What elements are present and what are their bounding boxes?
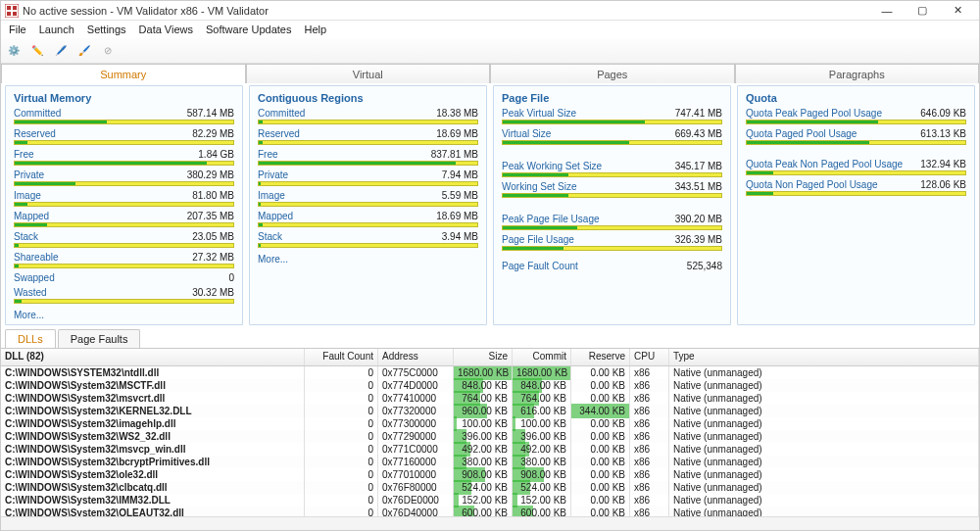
- col-size[interactable]: Size: [454, 349, 513, 365]
- statusbar: [1, 516, 979, 530]
- metric-value: 30.32 MB: [192, 287, 234, 298]
- svg-rect-4: [13, 12, 17, 16]
- metric-value: 207.35 MB: [187, 211, 234, 221]
- metric-label: Quota Peak Paged Pool Usage: [746, 108, 882, 119]
- app-window: No active session - VM Validator x86 - V…: [0, 0, 980, 531]
- more-link[interactable]: More...: [258, 254, 478, 265]
- table-row[interactable]: C:\WINDOWS\System32\OLEAUT32.dll00x76D40…: [1, 507, 979, 516]
- gear-icon[interactable]: ⚙️: [5, 42, 23, 60]
- metric-quota-peak-non-paged-pool-usage: Quota Peak Non Paged Pool Usage132.94 KB: [746, 159, 966, 175]
- cell-commit: 848.00 KB: [513, 378, 571, 393]
- quota-panel: Quota Quota Peak Paged Pool Usage646.09 …: [737, 85, 975, 325]
- menu-help[interactable]: Help: [298, 23, 332, 36]
- metric-label: Quota Non Paged Pool Usage: [746, 179, 878, 190]
- col-cpu[interactable]: CPU: [630, 349, 669, 365]
- svg-rect-1: [7, 6, 11, 10]
- cell-size: 908.00 KB: [454, 467, 513, 482]
- metric-bar: [14, 140, 234, 145]
- metric-value: 18.38 MB: [436, 108, 478, 119]
- metric-label: Private: [258, 169, 288, 180]
- cell-commit: 908.00 KB: [513, 467, 571, 482]
- col-dll[interactable]: DLL (82): [1, 349, 305, 365]
- metric-label: Quota Peak Non Paged Pool Usage: [746, 159, 903, 169]
- metric-value: 747.41 MB: [675, 108, 722, 119]
- cell-reserve: 344.00 KB: [571, 404, 630, 418]
- more-link[interactable]: More...: [14, 310, 234, 320]
- cell-type: Native (unmanaged): [669, 506, 979, 516]
- metric-image: Image81.80 MB: [14, 190, 234, 207]
- close-button[interactable]: ✕: [940, 1, 975, 21]
- cell-commit: 524.00 KB: [513, 480, 571, 495]
- menu-software-updates[interactable]: Software Updates: [200, 23, 297, 36]
- metric-label: Working Set Size: [502, 181, 577, 192]
- tab-pages[interactable]: Pages: [490, 64, 735, 83]
- metric-value: 132.94 KB: [920, 159, 966, 169]
- table-header: DLL (82) Fault Count Address Size Commit…: [1, 349, 979, 366]
- metric-bar: [14, 161, 234, 166]
- metric-peak-virtual-size: Peak Virtual Size747.41 MB: [502, 108, 722, 124]
- metric-label: Committed: [14, 108, 61, 119]
- panel-title: Page File: [502, 92, 722, 108]
- metric-label: Committed: [258, 108, 305, 119]
- col-reserve[interactable]: Reserve: [571, 349, 630, 365]
- subtab-dlls[interactable]: DLLs: [5, 329, 56, 348]
- metric-label: Peak Page File Usage: [502, 214, 600, 224]
- metric-value: 23.05 MB: [192, 231, 234, 242]
- metric-value: 27.32 MB: [192, 252, 234, 263]
- metric-stack: Stack23.05 MB: [14, 231, 234, 248]
- col-address[interactable]: Address: [378, 349, 454, 365]
- metric-label: Free: [258, 149, 278, 160]
- metric-private: Private7.94 MB: [258, 169, 478, 186]
- metric-label: Page File Usage: [502, 234, 574, 245]
- menu-data-views[interactable]: Data Views: [133, 23, 199, 36]
- col-type[interactable]: Type: [669, 349, 979, 365]
- metric-mapped: Mapped207.35 MB: [14, 211, 234, 227]
- metric-quota-peak-paged-pool-usage: Quota Peak Paged Pool Usage646.09 KB: [746, 108, 966, 124]
- metric-wasted: Wasted30.32 MB: [14, 287, 234, 304]
- metric-label: Mapped: [14, 211, 49, 221]
- metric-value: 5.59 MB: [442, 190, 478, 201]
- menu-file[interactable]: File: [3, 23, 32, 36]
- cell-commit: 100.00 KB: [513, 416, 571, 431]
- minimize-button[interactable]: —: [869, 1, 905, 21]
- metric-bar: [502, 246, 722, 251]
- metric-value: 669.43 MB: [675, 128, 722, 139]
- menu-settings[interactable]: Settings: [81, 23, 132, 36]
- metric-bar: [14, 181, 234, 186]
- table-body[interactable]: C:\WINDOWS\SYSTEM32\ntdll.dll00x775C0000…: [1, 366, 979, 516]
- cell-commit: 492.00 KB: [513, 442, 571, 457]
- metric-label: Reserved: [258, 128, 300, 139]
- metric-free: Free837.81 MB: [258, 149, 478, 166]
- metric-reserved: Reserved82.29 MB: [14, 128, 234, 145]
- subtab-page-faults[interactable]: Page Faults: [58, 329, 141, 348]
- metric-peak-working-set-size: Peak Working Set Size345.17 MB: [502, 161, 722, 177]
- maximize-button[interactable]: ▢: [905, 1, 940, 21]
- cell-size: 524.00 KB: [454, 480, 513, 495]
- cell-commit: 380.00 KB: [513, 455, 571, 469]
- metric-bar: [746, 170, 966, 175]
- page-file-panel: Page File Peak Virtual Size747.41 MBVirt…: [493, 85, 731, 325]
- metric-value: 18.69 MB: [436, 211, 478, 221]
- tab-summary[interactable]: Summary: [1, 64, 246, 83]
- metric-value: 345.17 MB: [675, 161, 722, 171]
- col-fault[interactable]: Fault Count: [305, 349, 378, 365]
- cell-reserve: 0.00 KB: [571, 506, 630, 516]
- cell-fault: 0: [305, 506, 378, 516]
- page-fault-value: 525,348: [687, 261, 722, 271]
- tab-paragraphs[interactable]: Paragraphs: [735, 64, 980, 83]
- metric-label: Stack: [14, 231, 38, 242]
- metric-bar: [14, 243, 234, 248]
- cell-size: 764.00 KB: [454, 391, 513, 406]
- wand2-icon[interactable]: 🖊️: [52, 42, 70, 60]
- metric-bar: [746, 120, 966, 124]
- stop-icon[interactable]: ⊘: [99, 42, 117, 60]
- metric-label: Reserved: [14, 128, 56, 139]
- metric-bar: [502, 172, 722, 177]
- brush-icon[interactable]: 🖌️: [75, 42, 93, 60]
- menu-launch[interactable]: Launch: [33, 23, 80, 36]
- wand1-icon[interactable]: ✏️: [28, 42, 46, 60]
- tab-virtual[interactable]: Virtual: [246, 64, 491, 83]
- col-commit[interactable]: Commit: [513, 349, 571, 365]
- metric-bar: [258, 202, 478, 207]
- metric-bar: [746, 140, 966, 145]
